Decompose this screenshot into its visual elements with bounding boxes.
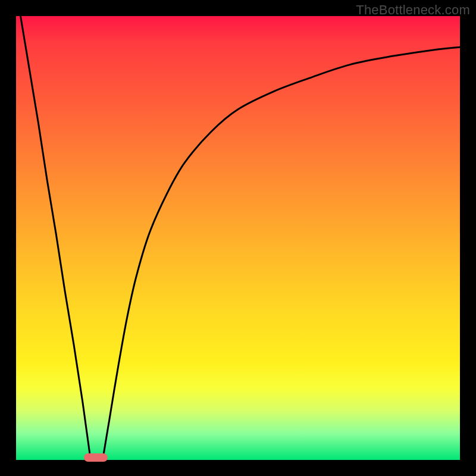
bottleneck-marker (84, 453, 108, 462)
curve-svg (16, 16, 460, 460)
plot-area (16, 16, 460, 460)
curve-right-branch (103, 47, 461, 460)
watermark-text: TheBottleneck.com (356, 2, 470, 18)
curve-left-branch (21, 16, 91, 460)
chart-frame: TheBottleneck.com (0, 0, 476, 476)
